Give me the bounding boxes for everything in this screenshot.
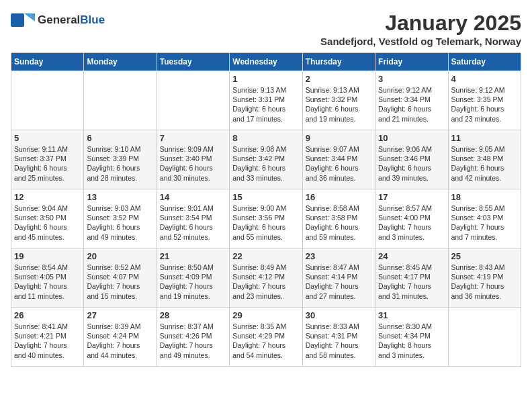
day-number: 23	[306, 251, 372, 261]
calendar-cell: 5Sunrise: 9:11 AM Sunset: 3:37 PM Daylig…	[11, 130, 84, 189]
day-number: 28	[160, 310, 226, 320]
day-info: Sunrise: 8:47 AM Sunset: 4:14 PM Dayligh…	[306, 263, 372, 301]
day-number: 2	[306, 74, 372, 84]
calendar-cell	[11, 71, 84, 130]
day-number: 19	[14, 251, 81, 261]
day-number: 25	[451, 251, 518, 261]
subtitle: Sandefjord, Vestfold og Telemark, Norway	[320, 36, 521, 47]
calendar-cell: 17Sunrise: 8:57 AM Sunset: 4:00 PM Dayli…	[375, 189, 448, 248]
calendar-cell: 9Sunrise: 9:07 AM Sunset: 3:44 PM Daylig…	[302, 130, 375, 189]
day-info: Sunrise: 8:58 AM Sunset: 3:58 PM Dayligh…	[306, 203, 372, 242]
day-info: Sunrise: 9:01 AM Sunset: 3:54 PM Dayligh…	[160, 203, 226, 242]
day-of-week-thursday: Thursday	[302, 53, 375, 71]
month-title: January 2025	[320, 11, 521, 36]
day-number: 26	[14, 310, 81, 320]
day-info: Sunrise: 8:55 AM Sunset: 4:03 PM Dayligh…	[451, 203, 518, 242]
day-number: 1	[232, 74, 299, 84]
day-number: 13	[87, 192, 153, 202]
calendar-cell	[157, 71, 229, 130]
calendar-cell: 10Sunrise: 9:06 AM Sunset: 3:46 PM Dayli…	[375, 130, 448, 189]
calendar-cell: 15Sunrise: 9:00 AM Sunset: 3:56 PM Dayli…	[230, 189, 302, 248]
day-info: Sunrise: 9:12 AM Sunset: 3:35 PM Dayligh…	[451, 85, 518, 124]
calendar-cell: 6Sunrise: 9:10 AM Sunset: 3:39 PM Daylig…	[84, 130, 157, 189]
calendar-cell: 2Sunrise: 9:13 AM Sunset: 3:32 PM Daylig…	[302, 71, 375, 130]
calendar-week-row: 19Sunrise: 8:54 AM Sunset: 4:05 PM Dayli…	[11, 248, 521, 308]
day-number: 30	[306, 310, 372, 320]
day-of-week-sunday: Sunday	[11, 53, 84, 71]
day-info: Sunrise: 8:43 AM Sunset: 4:19 PM Dayligh…	[451, 263, 518, 301]
logo: GeneralBlue	[11, 11, 105, 30]
day-info: Sunrise: 9:03 AM Sunset: 3:52 PM Dayligh…	[87, 203, 153, 242]
day-number: 12	[14, 192, 81, 202]
day-of-week-wednesday: Wednesday	[230, 53, 302, 71]
day-info: Sunrise: 9:13 AM Sunset: 3:31 PM Dayligh…	[232, 85, 299, 124]
day-number: 8	[232, 133, 299, 143]
svg-rect-0	[11, 13, 24, 27]
day-number: 22	[232, 251, 299, 261]
day-info: Sunrise: 8:30 AM Sunset: 4:34 PM Dayligh…	[378, 322, 445, 360]
calendar: SundayMondayTuesdayWednesdayThursdayFrid…	[11, 52, 521, 367]
day-number: 18	[451, 192, 518, 202]
day-info: Sunrise: 9:06 AM Sunset: 3:46 PM Dayligh…	[378, 144, 445, 183]
day-info: Sunrise: 8:37 AM Sunset: 4:26 PM Dayligh…	[160, 322, 226, 360]
day-info: Sunrise: 8:33 AM Sunset: 4:31 PM Dayligh…	[306, 322, 372, 360]
calendar-cell: 25Sunrise: 8:43 AM Sunset: 4:19 PM Dayli…	[448, 248, 521, 308]
calendar-cell: 26Sunrise: 8:41 AM Sunset: 4:21 PM Dayli…	[11, 308, 84, 367]
header: GeneralBlue January 2025 Sandefjord, Ves…	[11, 11, 521, 47]
calendar-week-row: 26Sunrise: 8:41 AM Sunset: 4:21 PM Dayli…	[11, 308, 521, 367]
day-number: 31	[378, 310, 445, 320]
logo-icon	[11, 11, 35, 30]
day-number: 11	[451, 133, 518, 143]
day-info: Sunrise: 8:49 AM Sunset: 4:12 PM Dayligh…	[232, 263, 299, 301]
day-number: 16	[306, 192, 372, 202]
day-number: 14	[160, 192, 226, 202]
calendar-header-row: SundayMondayTuesdayWednesdayThursdayFrid…	[11, 53, 521, 71]
day-info: Sunrise: 9:10 AM Sunset: 3:39 PM Dayligh…	[87, 144, 153, 183]
logo-general: General	[38, 13, 80, 26]
day-number: 24	[378, 251, 445, 261]
day-info: Sunrise: 9:12 AM Sunset: 3:34 PM Dayligh…	[378, 85, 445, 124]
day-number: 4	[451, 74, 518, 84]
calendar-cell	[448, 308, 521, 367]
title-area: January 2025 Sandefjord, Vestfold og Tel…	[320, 11, 521, 47]
calendar-week-row: 12Sunrise: 9:04 AM Sunset: 3:50 PM Dayli…	[11, 189, 521, 248]
day-info: Sunrise: 9:04 AM Sunset: 3:50 PM Dayligh…	[14, 203, 81, 242]
calendar-cell: 27Sunrise: 8:39 AM Sunset: 4:24 PM Dayli…	[84, 308, 157, 367]
day-info: Sunrise: 8:52 AM Sunset: 4:07 PM Dayligh…	[87, 263, 153, 301]
calendar-cell: 24Sunrise: 8:45 AM Sunset: 4:17 PM Dayli…	[375, 248, 448, 308]
day-of-week-friday: Friday	[375, 53, 448, 71]
day-number: 17	[378, 192, 445, 202]
day-number: 20	[87, 251, 153, 261]
day-info: Sunrise: 8:35 AM Sunset: 4:29 PM Dayligh…	[232, 322, 299, 360]
day-number: 5	[14, 133, 81, 143]
day-number: 21	[160, 251, 226, 261]
svg-marker-1	[24, 13, 35, 21]
calendar-cell: 22Sunrise: 8:49 AM Sunset: 4:12 PM Dayli…	[230, 248, 302, 308]
calendar-cell: 12Sunrise: 9:04 AM Sunset: 3:50 PM Dayli…	[11, 189, 84, 248]
day-info: Sunrise: 9:08 AM Sunset: 3:42 PM Dayligh…	[232, 144, 299, 183]
calendar-cell: 23Sunrise: 8:47 AM Sunset: 4:14 PM Dayli…	[302, 248, 375, 308]
calendar-week-row: 1Sunrise: 9:13 AM Sunset: 3:31 PM Daylig…	[11, 71, 521, 130]
calendar-cell: 29Sunrise: 8:35 AM Sunset: 4:29 PM Dayli…	[230, 308, 302, 367]
day-info: Sunrise: 8:41 AM Sunset: 4:21 PM Dayligh…	[14, 322, 81, 360]
calendar-cell: 4Sunrise: 9:12 AM Sunset: 3:35 PM Daylig…	[448, 71, 521, 130]
calendar-cell: 3Sunrise: 9:12 AM Sunset: 3:34 PM Daylig…	[375, 71, 448, 130]
calendar-cell: 28Sunrise: 8:37 AM Sunset: 4:26 PM Dayli…	[157, 308, 229, 367]
day-number: 15	[232, 192, 299, 202]
day-info: Sunrise: 8:50 AM Sunset: 4:09 PM Dayligh…	[160, 263, 226, 301]
day-info: Sunrise: 9:05 AM Sunset: 3:48 PM Dayligh…	[451, 144, 518, 183]
day-of-week-saturday: Saturday	[448, 53, 521, 71]
logo-blue: Blue	[80, 13, 105, 26]
day-number: 9	[306, 133, 372, 143]
calendar-cell: 16Sunrise: 8:58 AM Sunset: 3:58 PM Dayli…	[302, 189, 375, 248]
day-info: Sunrise: 8:57 AM Sunset: 4:00 PM Dayligh…	[378, 203, 445, 242]
calendar-cell: 11Sunrise: 9:05 AM Sunset: 3:48 PM Dayli…	[448, 130, 521, 189]
day-number: 29	[232, 310, 299, 320]
day-info: Sunrise: 8:54 AM Sunset: 4:05 PM Dayligh…	[14, 263, 81, 301]
day-of-week-tuesday: Tuesday	[157, 53, 229, 71]
day-number: 7	[160, 133, 226, 143]
calendar-week-row: 5Sunrise: 9:11 AM Sunset: 3:37 PM Daylig…	[11, 130, 521, 189]
calendar-cell: 13Sunrise: 9:03 AM Sunset: 3:52 PM Dayli…	[84, 189, 157, 248]
day-info: Sunrise: 9:13 AM Sunset: 3:32 PM Dayligh…	[306, 85, 372, 124]
calendar-cell: 31Sunrise: 8:30 AM Sunset: 4:34 PM Dayli…	[375, 308, 448, 367]
